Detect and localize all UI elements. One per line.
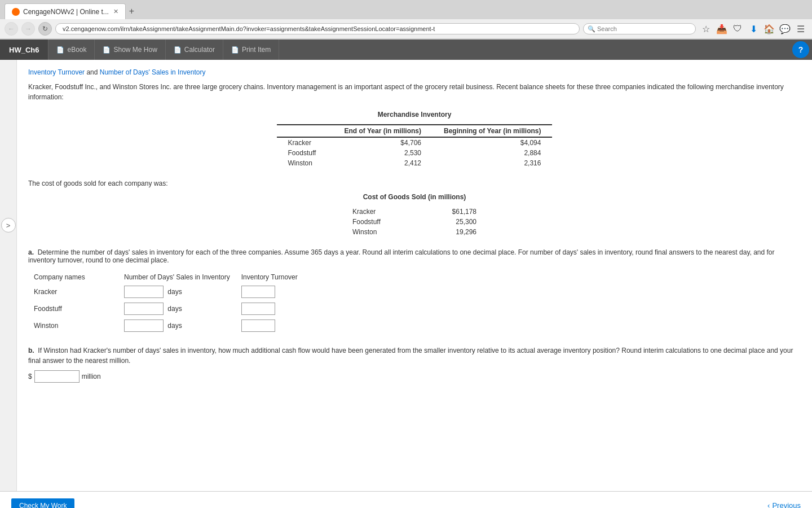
part-b-input-row: $ million	[28, 370, 801, 383]
cogs-table-title: Cost of Goods Sold (in millions)	[28, 193, 801, 201]
table-row: Winston 19,296	[341, 227, 488, 237]
table-row: Foodstuff 25,300	[341, 217, 488, 227]
part-a-row2-turnover-cell	[236, 300, 303, 317]
part-a-row3-days-cell: days	[118, 317, 236, 334]
app-header: HW_Ch6 📄 eBook 📄 Show Me How 📄 Calculato…	[0, 40, 812, 60]
previous-button[interactable]: ‹ Previous	[767, 501, 801, 508]
browser-tab-active[interactable]: CengageNOWv2 | Online t... ✕	[5, 3, 126, 19]
part-b-instruction: b. If Winston had Kracker's number of da…	[28, 345, 801, 366]
home-icon[interactable]: 🏠	[762, 24, 776, 34]
million-label: million	[82, 371, 101, 382]
table-row: Kracker days	[28, 283, 303, 300]
breadcrumb-connector: and	[86, 68, 99, 76]
tab-ebook[interactable]: 📄 eBook	[48, 40, 95, 60]
tab-close-button[interactable]: ✕	[113, 8, 118, 15]
prev-label: Previous	[772, 501, 801, 508]
menu-icon[interactable]: ☰	[794, 24, 807, 34]
hw-label: HW_Ch6	[0, 40, 48, 60]
cogs-row3-company: Winston	[341, 227, 398, 237]
show-me-how-icon: 📄	[103, 46, 111, 54]
back-button[interactable]: ←	[5, 22, 18, 36]
part-a-row3-company: Winston	[28, 317, 118, 334]
kracker-days-input[interactable]	[124, 286, 164, 298]
merchandise-table-title: Merchandise Inventory	[28, 111, 801, 119]
address-input[interactable]	[55, 23, 580, 34]
download-icon[interactable]: ⬇	[747, 24, 760, 34]
browser-toolbar-icons: ☆ 📥 🛡 ⬇ 🏠 💬 ☰	[699, 24, 807, 34]
bookmark-icon[interactable]: ☆	[699, 24, 713, 34]
table-row: Kracker $61,178	[341, 207, 488, 217]
merch-row2-end: 2,530	[333, 148, 433, 158]
pocket-icon[interactable]: 📥	[715, 24, 729, 34]
cogs-row1-value: $61,178	[398, 207, 488, 217]
help-button[interactable]: ?	[792, 41, 809, 58]
tab-print-item[interactable]: 📄 Print Item	[223, 40, 279, 60]
merchandise-table-section: Merchandise Inventory End of Year (in mi…	[28, 111, 801, 168]
cogs-intro: The cost of goods sold for each company …	[28, 179, 801, 187]
content-area: Inventory Turnover and Number of Days' S…	[17, 60, 812, 491]
print-label: Print Item	[242, 46, 271, 54]
col-header-company: Company names	[28, 271, 118, 283]
part-b-answer-input[interactable]	[34, 370, 80, 383]
part-a-label: a.	[28, 248, 34, 256]
part-a-instruction-text: Determine the number of days' sales in i…	[28, 248, 775, 264]
kracker-turnover-input[interactable]	[241, 286, 275, 298]
merch-row1-company: Kracker	[277, 137, 333, 148]
chat-icon[interactable]: 💬	[778, 24, 792, 34]
col-header-days: Number of Days' Sales in Inventory	[118, 271, 236, 283]
sidebar-toggle: >	[0, 60, 17, 491]
search-input[interactable]	[583, 23, 696, 34]
address-bar-row: ← → ↻ ☆ 📥 🛡 ⬇ 🏠 💬 ☰	[0, 19, 812, 39]
winston-days-label: days	[167, 322, 182, 330]
winston-days-input[interactable]	[124, 319, 164, 332]
breadcrumb: Inventory Turnover and Number of Days' S…	[28, 68, 801, 76]
part-a-row3-turnover-cell	[236, 317, 303, 334]
new-tab-button[interactable]: +	[129, 6, 134, 16]
foodstuff-turnover-input[interactable]	[241, 303, 275, 315]
part-a-instruction: a. Determine the number of days' sales i…	[28, 248, 801, 264]
tab-show-me-how[interactable]: 📄 Show Me How	[95, 40, 165, 60]
merch-row3-company: Winston	[277, 158, 333, 168]
show-me-how-label: Show Me How	[113, 46, 157, 54]
shield-icon[interactable]: 🛡	[731, 24, 744, 34]
merch-row1-begin: $4,094	[433, 137, 552, 148]
foodstuff-days-input[interactable]	[124, 303, 164, 315]
part-a-row2-days-cell: days	[118, 300, 236, 317]
merch-row2-company: Foodstuff	[277, 148, 333, 158]
part-a-row1-turnover-cell	[236, 283, 303, 300]
prev-chevron-icon: ‹	[767, 501, 770, 508]
search-wrapper	[583, 23, 696, 34]
tab-calculator[interactable]: 📄 Calculator	[166, 40, 223, 60]
sidebar-arrow-button[interactable]: >	[1, 218, 16, 233]
merch-header-company	[277, 125, 333, 137]
kracker-days-label: days	[167, 288, 182, 296]
refresh-button[interactable]: ↻	[38, 22, 52, 36]
merchandise-table: End of Year (in millions) Beginning of Y…	[277, 124, 553, 168]
breadcrumb-link-1[interactable]: Inventory Turnover	[28, 68, 85, 76]
part-a-table: Company names Number of Days' Sales in I…	[28, 271, 303, 334]
tab-title: CengageNOWv2 | Online t...	[23, 8, 109, 16]
table-row: Kracker $4,706 $4,094	[277, 137, 553, 148]
cogs-row3-value: 19,296	[398, 227, 488, 237]
winston-turnover-input[interactable]	[241, 319, 275, 332]
favicon-icon	[12, 8, 20, 16]
dollar-sign: $	[28, 371, 32, 382]
merch-row3-end: 2,412	[333, 158, 433, 168]
breadcrumb-link-2[interactable]: Number of Days' Sales in Inventory	[100, 68, 206, 76]
part-b-label: b.	[28, 347, 34, 354]
main-layout: > Inventory Turnover and Number of Days'…	[0, 60, 812, 491]
check-work-button[interactable]: Check My Work	[11, 498, 74, 509]
cogs-table: Kracker $61,178 Foodstuff 25,300 Winston…	[341, 207, 488, 237]
forward-button[interactable]: →	[21, 22, 35, 36]
ebook-label: eBook	[67, 46, 86, 54]
part-b-instruction-text: If Winston had Kracker's number of days'…	[28, 347, 793, 365]
table-row: Winston days	[28, 317, 303, 334]
problem-description: Kracker, Foodstuff Inc., and Winston Sto…	[28, 82, 801, 102]
part-a-row1-company: Kracker	[28, 283, 118, 300]
part-a-section: a. Determine the number of days' sales i…	[28, 248, 801, 334]
foodstuff-days-label: days	[167, 305, 182, 313]
calculator-label: Calculator	[184, 46, 215, 54]
content-footer: Check My Work ‹ Previous	[0, 491, 812, 508]
table-row: Winston 2,412 2,316	[277, 158, 553, 168]
cogs-row1-company: Kracker	[341, 207, 398, 217]
